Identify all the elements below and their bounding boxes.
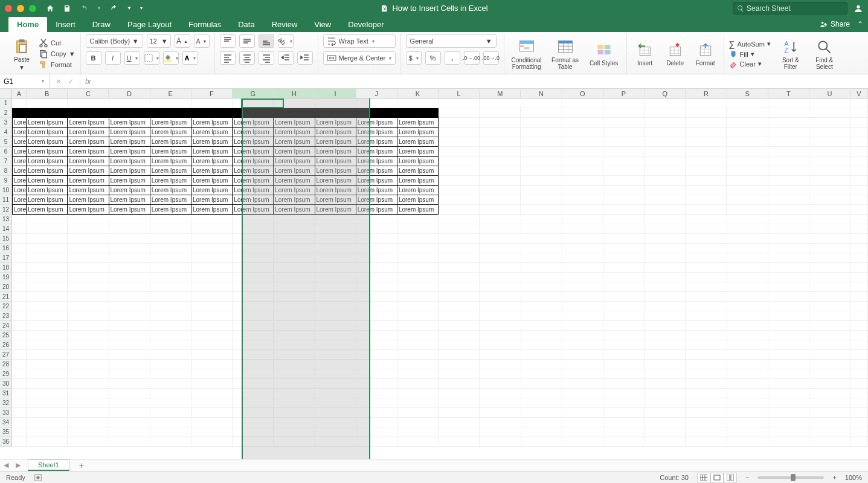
cell[interactable] xyxy=(850,176,868,186)
cell[interactable] xyxy=(68,437,109,447)
cell[interactable] xyxy=(768,166,809,176)
cell[interactable] xyxy=(850,418,868,427)
cell[interactable] xyxy=(233,437,274,447)
cell[interactable] xyxy=(727,166,768,176)
cell[interactable] xyxy=(12,234,27,244)
cell[interactable] xyxy=(727,350,768,360)
cell[interactable]: Lorem Ipsum xyxy=(68,118,109,128)
cell[interactable] xyxy=(439,311,480,321)
cell[interactable]: Lorem Ipsum xyxy=(191,137,233,147)
comma-button[interactable]: , xyxy=(445,51,460,65)
cell[interactable] xyxy=(809,389,850,398)
cell[interactable]: Lorem Ipsum xyxy=(356,195,397,205)
row-header-23[interactable]: 23 xyxy=(0,311,12,321)
cell[interactable] xyxy=(109,437,150,447)
delete-cells-button[interactable]: Delete xyxy=(662,41,689,66)
cell[interactable] xyxy=(27,398,68,408)
cell[interactable]: Lorem Ipsum xyxy=(109,137,150,147)
cell[interactable] xyxy=(480,427,521,437)
cell[interactable] xyxy=(768,418,809,427)
cell[interactable] xyxy=(562,205,603,215)
cell[interactable] xyxy=(27,273,68,282)
cell[interactable] xyxy=(768,273,809,282)
cell[interactable]: Lorem Ipsum xyxy=(356,147,397,157)
cell[interactable] xyxy=(274,360,315,369)
cell[interactable] xyxy=(315,437,356,447)
cell[interactable] xyxy=(233,108,274,118)
cell[interactable]: Lorem Ipsum xyxy=(191,118,233,128)
cell[interactable] xyxy=(12,253,27,263)
cell[interactable] xyxy=(850,398,868,408)
cell[interactable]: Lorem Ipsum xyxy=(68,186,109,195)
cell[interactable] xyxy=(150,234,191,244)
col-header-N[interactable]: N xyxy=(521,89,562,99)
cell[interactable] xyxy=(12,224,27,234)
cell[interactable] xyxy=(850,311,868,321)
cell[interactable] xyxy=(274,302,315,311)
cell[interactable]: Lorem Ipsum xyxy=(233,186,274,195)
cell[interactable] xyxy=(562,215,603,224)
cell[interactable] xyxy=(27,379,68,389)
cell[interactable] xyxy=(356,418,397,427)
cell[interactable]: Lorem Ipsum xyxy=(397,118,439,128)
col-header-A[interactable]: A xyxy=(12,89,27,99)
cell[interactable] xyxy=(315,311,356,321)
cell[interactable] xyxy=(274,398,315,408)
row-header-11[interactable]: 11 xyxy=(0,195,12,205)
cell[interactable] xyxy=(686,195,727,205)
cell[interactable] xyxy=(686,157,727,166)
cell[interactable] xyxy=(27,437,68,447)
cell[interactable] xyxy=(727,176,768,186)
cell[interactable] xyxy=(603,234,645,244)
cell[interactable] xyxy=(68,389,109,398)
cell[interactable] xyxy=(603,195,645,205)
cell[interactable] xyxy=(603,321,645,331)
cell[interactable] xyxy=(12,215,27,224)
cell[interactable] xyxy=(809,224,850,234)
cell[interactable] xyxy=(68,224,109,234)
cell[interactable] xyxy=(809,331,850,340)
cell[interactable] xyxy=(315,360,356,369)
cell[interactable]: Lorem Ipsum xyxy=(27,118,68,128)
cell[interactable]: Lorem Ipsum xyxy=(109,166,150,176)
cell[interactable] xyxy=(439,302,480,311)
cell[interactable] xyxy=(562,224,603,234)
cell[interactable]: Lorem Ipsum xyxy=(274,137,315,147)
col-header-B[interactable]: B xyxy=(27,89,68,99)
row-header-33[interactable]: 33 xyxy=(0,408,12,418)
cell[interactable] xyxy=(191,224,233,234)
cell[interactable] xyxy=(850,379,868,389)
cell[interactable] xyxy=(727,273,768,282)
cell[interactable] xyxy=(645,215,686,224)
cell[interactable] xyxy=(645,379,686,389)
cell[interactable] xyxy=(521,99,562,108)
cell[interactable] xyxy=(809,273,850,282)
cell[interactable] xyxy=(439,389,480,398)
cell[interactable]: Lorem Ipsum xyxy=(274,157,315,166)
cell[interactable] xyxy=(850,408,868,418)
cell[interactable] xyxy=(356,398,397,408)
cell[interactable] xyxy=(480,408,521,418)
cell[interactable] xyxy=(686,340,727,350)
cell[interactable] xyxy=(439,108,480,118)
cell[interactable] xyxy=(356,263,397,273)
cell[interactable]: Lorem Ipsum xyxy=(315,195,356,205)
cell[interactable] xyxy=(521,282,562,292)
cell[interactable] xyxy=(12,437,27,447)
cell[interactable] xyxy=(727,186,768,195)
cell[interactable] xyxy=(850,302,868,311)
cell[interactable] xyxy=(603,418,645,427)
cell[interactable] xyxy=(850,369,868,379)
cell[interactable] xyxy=(562,234,603,244)
cell[interactable] xyxy=(727,157,768,166)
font-color-button[interactable]: A▾ xyxy=(182,51,198,65)
cell[interactable] xyxy=(850,137,868,147)
cell[interactable] xyxy=(397,321,439,331)
insert-cells-button[interactable]: Insert xyxy=(632,41,658,66)
cell[interactable] xyxy=(109,418,150,427)
redo-icon[interactable] xyxy=(110,4,118,13)
cell[interactable] xyxy=(274,427,315,437)
cell[interactable]: Lorem Ipsum xyxy=(274,176,315,186)
col-header-H[interactable]: H xyxy=(274,89,315,99)
sheet-nav-next[interactable]: ▶ xyxy=(12,461,24,469)
